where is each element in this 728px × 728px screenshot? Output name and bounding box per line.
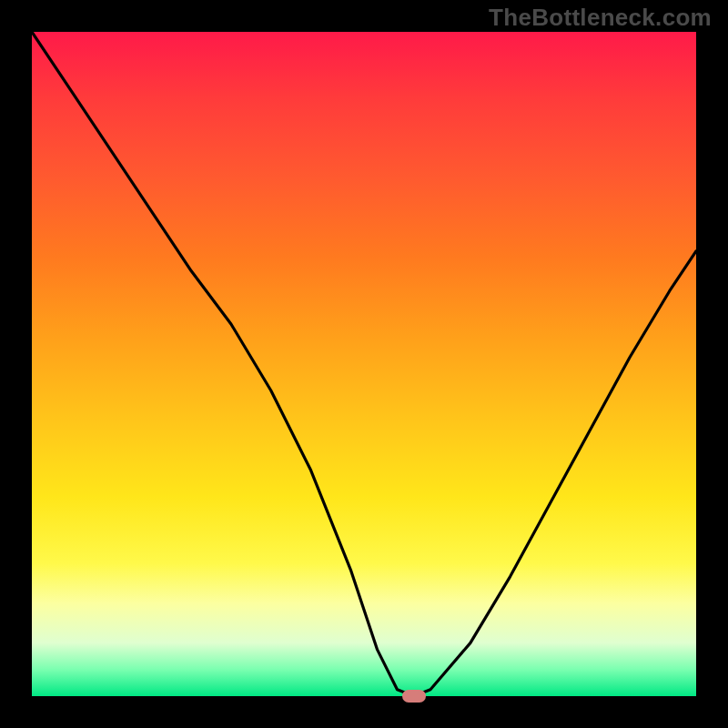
bottleneck-curve-svg bbox=[32, 32, 696, 696]
chart-container: TheBottleneck.com bbox=[0, 0, 728, 728]
bottleneck-curve-path bbox=[32, 32, 696, 696]
optimal-point-marker bbox=[402, 690, 426, 703]
watermark-text: TheBottleneck.com bbox=[489, 4, 712, 32]
